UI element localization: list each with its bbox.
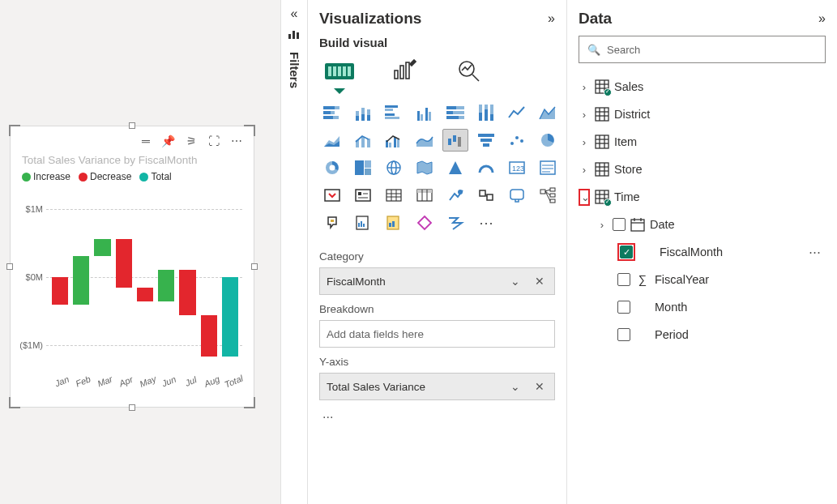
viz-matrix[interactable] bbox=[412, 184, 438, 207]
search-input[interactable]: 🔍 Search bbox=[579, 36, 826, 63]
chart-bar[interactable] bbox=[94, 239, 110, 256]
viz-scatter[interactable] bbox=[504, 129, 530, 152]
viz-kpi[interactable] bbox=[319, 184, 345, 207]
tab-build-visual[interactable] bbox=[322, 54, 357, 88]
field-month[interactable]: Month bbox=[579, 293, 826, 321]
viz-gauge[interactable] bbox=[473, 156, 499, 179]
viz-power-apps[interactable] bbox=[412, 211, 438, 234]
chevron-down-icon[interactable]: ⌄ bbox=[507, 380, 523, 393]
field-fiscalyear[interactable]: ∑ FiscalYear bbox=[579, 266, 826, 293]
viz-100-stacked-bar[interactable] bbox=[442, 101, 468, 124]
tab-analytics[interactable] bbox=[452, 54, 486, 88]
viz-funnel[interactable] bbox=[473, 129, 499, 152]
chevron-down-icon[interactable]: ⌄ bbox=[579, 189, 590, 206]
viz-card[interactable]: 123 bbox=[504, 156, 530, 179]
more-options-icon[interactable]: ⋯ bbox=[231, 135, 242, 147]
resize-handle-tr[interactable] bbox=[244, 125, 255, 136]
field-fiscalmonth[interactable]: ✓ FiscalMonth ⋯ bbox=[579, 238, 826, 266]
chevron-right-icon[interactable]: › bbox=[579, 136, 590, 148]
viz-area[interactable] bbox=[535, 101, 561, 124]
chart-bar[interactable] bbox=[73, 256, 89, 305]
viz-map[interactable] bbox=[381, 156, 407, 179]
tab-format-visual[interactable] bbox=[387, 54, 421, 88]
viz-smart-narrative[interactable] bbox=[350, 211, 376, 234]
chevron-down-icon[interactable]: ⌄ bbox=[507, 275, 523, 288]
field-more-icon[interactable]: ⋯ bbox=[809, 246, 826, 258]
viz-100-stacked-column[interactable] bbox=[473, 101, 499, 124]
viz-power-automate[interactable] bbox=[442, 211, 468, 234]
field-period[interactable]: Period bbox=[579, 321, 826, 348]
viz-treemap[interactable] bbox=[350, 156, 376, 179]
viz-key-influencers[interactable] bbox=[504, 184, 530, 207]
report-canvas[interactable]: ═ 📌 ⚞ ⛶ ⋯ Total Sales Variance by Fiscal… bbox=[0, 0, 280, 504]
breakdown-field-well[interactable]: Add data fields here bbox=[319, 320, 555, 348]
viz-filled-map[interactable] bbox=[412, 156, 438, 179]
viz-clustered-bar[interactable] bbox=[381, 101, 407, 124]
viz-line-clustered-column[interactable] bbox=[381, 129, 407, 152]
viz-decomposition-tree[interactable] bbox=[535, 184, 561, 207]
chart-bar[interactable] bbox=[52, 277, 68, 305]
field-date[interactable]: › Date bbox=[579, 211, 826, 238]
resize-handle-bottom[interactable] bbox=[129, 404, 135, 411]
table-sales[interactable]: › Sales bbox=[579, 73, 826, 100]
chart-bar[interactable] bbox=[179, 270, 195, 315]
viz-qna[interactable] bbox=[319, 211, 345, 234]
checkbox[interactable] bbox=[617, 328, 630, 341]
remove-field-icon[interactable]: ✕ bbox=[532, 275, 548, 288]
chart-bar[interactable] bbox=[222, 277, 238, 357]
resize-handle-left[interactable] bbox=[6, 263, 13, 270]
chart-bar[interactable] bbox=[158, 270, 174, 301]
viz-paginated-report[interactable] bbox=[381, 211, 407, 234]
viz-slicer[interactable] bbox=[350, 184, 376, 207]
viz-donut[interactable] bbox=[319, 156, 345, 179]
filters-expand-icon[interactable]: « bbox=[291, 6, 298, 21]
table-item[interactable]: › Item bbox=[579, 128, 826, 156]
visualizations-collapse-icon[interactable]: » bbox=[548, 11, 555, 26]
chevron-right-icon[interactable]: › bbox=[596, 219, 608, 231]
remove-field-icon[interactable]: ✕ bbox=[532, 380, 548, 393]
viz-azure-map[interactable] bbox=[442, 156, 468, 179]
viz-line[interactable] bbox=[504, 101, 530, 124]
yaxis-field-well[interactable]: Total Sales Variance ⌄ ✕ bbox=[319, 373, 555, 400]
chart-bar[interactable] bbox=[116, 239, 132, 288]
viz-python-visual[interactable] bbox=[473, 184, 499, 207]
viz-pie[interactable] bbox=[535, 129, 561, 152]
focus-mode-icon[interactable]: ⛶ bbox=[208, 135, 220, 147]
chevron-right-icon[interactable]: › bbox=[579, 164, 590, 176]
viz-multi-row-card[interactable] bbox=[535, 156, 561, 179]
chevron-right-icon[interactable]: › bbox=[579, 81, 590, 93]
drill-icon[interactable]: ═ bbox=[142, 135, 150, 147]
resize-handle-tl[interactable] bbox=[9, 125, 20, 136]
chart-bar[interactable] bbox=[137, 288, 153, 301]
viz-stacked-column[interactable] bbox=[350, 101, 376, 124]
resize-handle-br[interactable] bbox=[244, 397, 255, 408]
chevron-right-icon[interactable]: › bbox=[579, 109, 590, 121]
chart-visual-container[interactable]: ═ 📌 ⚞ ⛶ ⋯ Total Sales Variance by Fiscal… bbox=[10, 126, 254, 408]
checkbox[interactable] bbox=[613, 218, 626, 231]
category-field-well[interactable]: FiscalMonth ⌄ ✕ bbox=[319, 267, 555, 295]
viz-table[interactable] bbox=[381, 184, 407, 207]
viz-r-visual[interactable] bbox=[442, 184, 468, 207]
resize-handle-bl[interactable] bbox=[9, 397, 20, 408]
table-district[interactable]: › District bbox=[579, 100, 826, 128]
viz-stacked-bar[interactable] bbox=[319, 101, 345, 124]
resize-handle-right[interactable] bbox=[251, 263, 258, 270]
viz-line-stacked-column[interactable] bbox=[350, 129, 376, 152]
table-time[interactable]: ⌄ Time bbox=[579, 183, 826, 211]
filters-pane-collapsed[interactable]: « Filters bbox=[280, 0, 308, 504]
checkbox-checked[interactable]: ✓ bbox=[620, 246, 633, 258]
filter-icon[interactable]: ⚞ bbox=[186, 135, 197, 147]
pin-icon[interactable]: 📌 bbox=[161, 135, 175, 147]
chart-bar[interactable] bbox=[201, 315, 217, 357]
viz-waterfall[interactable] bbox=[442, 129, 468, 152]
checkbox[interactable] bbox=[617, 301, 630, 314]
viz-ribbon[interactable] bbox=[412, 129, 438, 152]
viz-clustered-column[interactable] bbox=[412, 101, 438, 124]
data-collapse-icon[interactable]: » bbox=[818, 11, 826, 26]
more-fields-icon[interactable]: ... bbox=[319, 400, 555, 428]
checkbox[interactable] bbox=[617, 273, 630, 286]
viz-more-visuals[interactable]: ⋯ bbox=[473, 211, 499, 234]
viz-stacked-area[interactable] bbox=[319, 129, 345, 152]
table-store[interactable]: › Store bbox=[579, 156, 826, 183]
resize-handle-top[interactable] bbox=[129, 122, 135, 129]
